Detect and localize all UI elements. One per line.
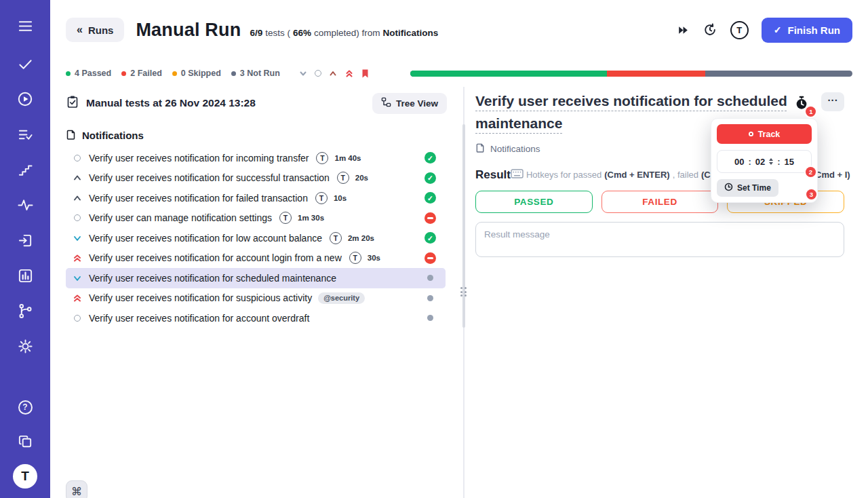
testomat-badge-icon: T: [316, 152, 328, 164]
test-row[interactable]: Verify user receives notification for ac…: [66, 308, 446, 328]
time-input-group: 00 : 02 : 15 2: [717, 150, 812, 173]
result-heading: Result: [475, 168, 511, 182]
test-row[interactable]: Verify user receives notification for lo…: [66, 228, 446, 248]
retry-history-icon[interactable]: [703, 22, 717, 37]
run-play-icon[interactable]: [17, 91, 33, 107]
projects-copy-icon[interactable]: [17, 433, 33, 449]
suite-header-notifications[interactable]: Notifications: [66, 125, 459, 145]
mark-failed-button[interactable]: FAILED: [601, 191, 719, 213]
settings-gear-icon[interactable]: [17, 338, 33, 354]
test-row-selected[interactable]: Verify user receives notification for sc…: [66, 268, 446, 288]
test-row[interactable]: Verify user receives notification for su…: [66, 168, 446, 189]
count-passed[interactable]: 4 Passed: [66, 69, 111, 78]
count-failed[interactable]: 2 Failed: [121, 69, 162, 78]
tests-check-icon[interactable]: [17, 56, 33, 72]
testomat-badge-icon: T: [337, 172, 349, 184]
count-skipped[interactable]: 0 Skipped: [172, 69, 221, 78]
scrollbar-thumb[interactable]: [462, 124, 465, 328]
run-stats: 6/9 tests ( 66% completed) from Notifica…: [250, 28, 441, 38]
count-not-run[interactable]: 3 Not Run: [231, 69, 280, 78]
test-row[interactable]: Verify user can manage notification sett…: [66, 208, 446, 229]
run-clipboard-icon: [66, 95, 79, 111]
status-bar: 4 Passed 2 Failed 0 Skipped 3 Not Run: [50, 60, 868, 87]
steps-icon[interactable]: [17, 161, 33, 178]
run-ratio: 6/9: [250, 28, 262, 38]
caret-down-icon[interactable]: [298, 69, 308, 78]
test-row[interactable]: Verify user receives notification for su…: [66, 288, 446, 309]
step-badge: 3: [806, 189, 816, 199]
command-shortcut-button[interactable]: ⌘: [66, 480, 87, 498]
more-options-button[interactable]: ...: [821, 92, 844, 111]
testomat-badge-icon: T: [279, 212, 292, 224]
sidebar: ? T: [0, 0, 50, 498]
status-failed-icon: [425, 212, 436, 224]
status-failed-icon: [425, 252, 436, 264]
testomat-logo[interactable]: T: [13, 464, 37, 489]
priority-normal-icon[interactable]: [315, 70, 321, 77]
finish-run-button[interactable]: ✓ Finish Run: [762, 18, 852, 43]
run-progress-bar: [410, 71, 852, 77]
seconds-input[interactable]: 15: [785, 157, 794, 167]
stepper-up-icon: [769, 158, 773, 161]
timer-button[interactable]: 1: [790, 92, 813, 113]
testomat-badge-icon: T: [315, 192, 328, 204]
priority-normal-icon: [72, 155, 82, 161]
testomat-badge-icon: T: [330, 232, 342, 244]
menu-icon[interactable]: [17, 18, 33, 34]
test-row[interactable]: Verify user receives notification for ac…: [66, 248, 446, 269]
mark-passed-button[interactable]: PASSED: [475, 191, 593, 213]
step-badge: 1: [806, 107, 816, 117]
import-icon[interactable]: [17, 232, 33, 248]
test-duration: 2m 20s: [348, 234, 374, 242]
status-not-run-icon: [427, 275, 433, 281]
back-chevrons-icon: «: [77, 24, 83, 36]
help-icon[interactable]: ?: [17, 399, 33, 415]
priority-high-icon[interactable]: [328, 69, 338, 78]
back-to-runs-button[interactable]: « Runs: [66, 18, 124, 42]
splitter-grip-icon[interactable]: [460, 287, 467, 296]
test-title: Verify user receives notification for in…: [89, 153, 309, 164]
result-message-input[interactable]: [475, 222, 844, 257]
priority-critical-icon[interactable]: [344, 69, 354, 78]
testomat-logo[interactable]: T: [730, 21, 749, 39]
analytics-icon[interactable]: [17, 267, 33, 284]
test-row[interactable]: Verify user receives notification for fa…: [66, 188, 446, 208]
minutes-stepper[interactable]: [769, 158, 773, 166]
testomat-badge-icon: T: [349, 252, 361, 264]
pulse-icon[interactable]: [17, 197, 33, 213]
help-glyph: ?: [18, 400, 33, 415]
test-duration: 1m 30s: [298, 214, 324, 222]
set-time-button[interactable]: Set Time: [717, 179, 778, 197]
test-title: Verify user receives notification for sc…: [89, 273, 336, 284]
pane-splitter[interactable]: [459, 87, 468, 498]
hours-input[interactable]: 00: [734, 157, 744, 167]
minutes-input[interactable]: 02: [755, 157, 765, 167]
page-title: Manual Run: [136, 20, 241, 41]
status-not-run-icon: [427, 315, 433, 321]
timer-popup: Track 00 : 02 : 15 2 Set Time 3: [711, 118, 818, 203]
priority-normal-icon: [72, 214, 82, 221]
test-duration: 30s: [368, 254, 380, 262]
fast-forward-icon[interactable]: [677, 24, 690, 37]
status-not-run-icon: [427, 295, 433, 301]
status-passed-icon: [425, 232, 436, 244]
test-rows: Verify user receives notification for in…: [66, 148, 459, 328]
bookmark-icon[interactable]: [361, 69, 370, 79]
status-passed-icon: [425, 152, 436, 164]
checklist-icon[interactable]: [17, 126, 33, 142]
test-title: Verify user can manage notification sett…: [89, 212, 272, 223]
test-title: Verify user receives notification for fa…: [89, 193, 308, 204]
test-row[interactable]: Verify user receives notification for in…: [66, 148, 446, 168]
priority-normal-icon: [72, 315, 82, 322]
test-tag[interactable]: @security: [318, 292, 365, 304]
keyboard-icon: [511, 169, 524, 180]
run-source: Notifications: [383, 28, 439, 38]
topbar: « Runs Manual Run 6/9 tests ( 66% comple…: [50, 0, 868, 60]
tree-view-button[interactable]: Tree View: [372, 93, 447, 114]
test-detail-pane: Verify user receives notification for sc…: [468, 87, 868, 498]
priority-critical-icon: [72, 293, 82, 303]
test-duration: 10s: [334, 194, 347, 202]
stepper-down-icon: [769, 162, 773, 165]
branch-icon[interactable]: [17, 303, 33, 319]
track-time-button[interactable]: Track: [717, 124, 812, 144]
